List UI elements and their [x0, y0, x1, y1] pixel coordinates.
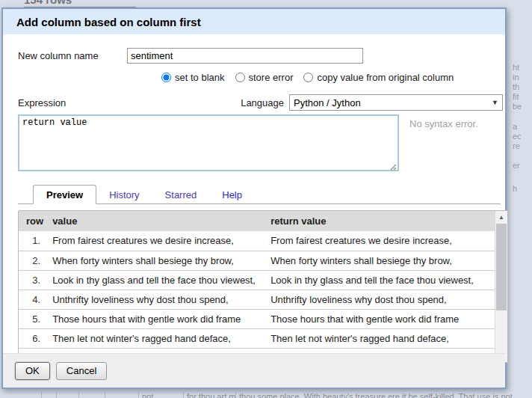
table-row: 1. From fairest creatures we desire incr…: [19, 231, 495, 251]
dialog-title: Add column based on column first: [3, 9, 505, 34]
expression-input[interactable]: return value: [18, 114, 399, 171]
cell-value: Unthrifty loveliness why dost thou spend…: [48, 290, 266, 309]
language-label: Language: [241, 97, 284, 108]
tab-starred[interactable]: Starred: [152, 186, 210, 203]
row-index: 6.: [19, 328, 48, 348]
col-header-row: row: [19, 211, 48, 231]
tab-history[interactable]: History: [96, 186, 152, 203]
language-selected-value: Python / Jython: [294, 97, 492, 108]
cell-return-value: Those hours that with gentle work did fr…: [266, 309, 495, 328]
preview-table-container: row value return value 1. From fairest c…: [18, 210, 508, 363]
radio-copy-value-input[interactable]: [303, 73, 313, 82]
add-column-dialog: Add column based on column first New col…: [1, 7, 507, 389]
row-index: 3.: [19, 270, 48, 290]
radio-store-error-input[interactable]: [235, 73, 245, 82]
radio-store-error-label: store error: [249, 72, 294, 83]
radio-set-to-blank-label: set to blank: [175, 72, 225, 83]
tab-bar: Preview History Starred Help: [18, 185, 501, 204]
table-row: 4. Unthrifty loveliness why dost thou sp…: [19, 290, 495, 309]
cell-value: Then let not winter's ragged hand deface…: [48, 328, 266, 348]
cell-return-value: When forty winters shall besiege thy bro…: [266, 251, 495, 270]
row-index: 2.: [19, 251, 48, 270]
ok-button[interactable]: OK: [15, 362, 50, 380]
table-row: 6. Then let not winter's ragged hand def…: [19, 328, 495, 348]
col-header-return-value: return value: [266, 211, 495, 231]
chevron-down-icon: ▼: [492, 99, 498, 106]
expression-row: Expression Language Python / Jython ▼: [18, 94, 503, 111]
table-row: 2. When forty winters shall besiege thy …: [19, 251, 495, 270]
scroll-up-icon[interactable]: ▲: [495, 212, 507, 223]
cell-return-value: From fairest creatures we desire increas…: [266, 231, 495, 251]
expression-label: Expression: [18, 97, 66, 108]
preview-scrollbar[interactable]: ▲ ▼: [495, 211, 507, 362]
row-index: 5.: [19, 309, 48, 328]
new-column-name-input[interactable]: [127, 48, 363, 64]
radio-copy-value-label: copy value from original column: [317, 72, 454, 83]
language-select[interactable]: Python / Jython ▼: [289, 94, 503, 111]
cell-value: Those hours that with gentle work did fr…: [48, 309, 266, 328]
cell-value: From fairest creatures we desire increas…: [48, 231, 266, 251]
cell-return-value: Unthrifty loveliness why dost thou spend…: [266, 290, 495, 309]
radio-set-to-blank[interactable]: set to blank: [161, 72, 225, 83]
cell-value: Look in thy glass and tell the face thou…: [48, 270, 266, 290]
dialog-footer: OK Cancel: [3, 353, 505, 388]
new-column-name-row: New column name: [18, 48, 503, 64]
cell-value: When forty winters shall besiege thy bro…: [48, 251, 266, 270]
tab-preview[interactable]: Preview: [33, 185, 96, 204]
preview-table: row value return value 1. From fairest c…: [19, 211, 495, 362]
radio-store-error[interactable]: store error: [235, 72, 294, 83]
expression-editor-row: return value No syntax error.: [18, 114, 503, 174]
cancel-button[interactable]: Cancel: [56, 362, 107, 380]
table-header-row: row value return value: [19, 211, 495, 231]
table-row: 3. Look in thy glass and tell the face t…: [19, 270, 495, 290]
radio-set-to-blank-input[interactable]: [161, 73, 171, 82]
radio-copy-value[interactable]: copy value from original column: [303, 72, 454, 83]
new-column-name-label: New column name: [18, 50, 127, 61]
tab-help[interactable]: Help: [209, 186, 255, 203]
col-header-value: value: [48, 211, 266, 231]
scrollbar-thumb[interactable]: [496, 224, 507, 310]
cell-return-value: Then let not winter's ragged hand deface…: [266, 328, 495, 348]
cell-return-value: Look in thy glass and tell the face thou…: [266, 270, 495, 290]
row-index: 4.: [19, 290, 48, 309]
table-row: 5. Those hours that with gentle work did…: [19, 309, 495, 328]
syntax-status: No syntax error.: [409, 118, 478, 129]
row-index: 1.: [19, 231, 48, 251]
on-error-options: set to blank store error copy value from…: [161, 72, 503, 83]
